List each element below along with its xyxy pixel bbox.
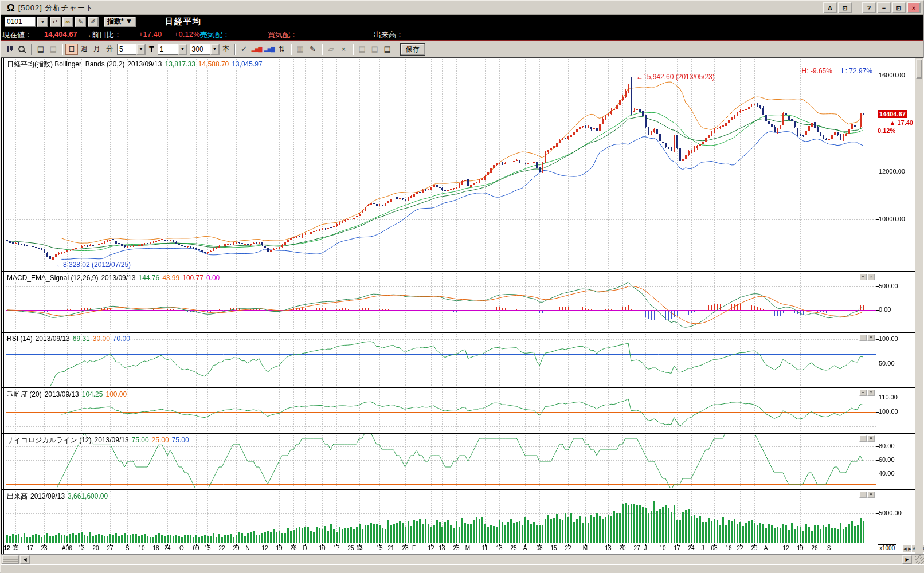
titlebar[interactable]: Ω [5002] 分析チャート A⊡?−⊡× xyxy=(1,1,923,15)
low-annotation: ←8,328.02 (2012/07/25) xyxy=(56,261,131,269)
symbol-name: 日経平均 xyxy=(165,17,202,27)
axis-tick-label: 5000.00 xyxy=(879,509,902,516)
period-month-button[interactable]: 月 xyxy=(91,44,103,55)
chevron-down-icon[interactable]: ▼ xyxy=(210,44,220,55)
x-axis-date-label: 08 xyxy=(711,545,717,551)
chevron-down-icon[interactable]: ▼ xyxy=(178,44,187,55)
zoom-tool-icon[interactable] xyxy=(16,43,29,56)
x-axis-date-label: 20 xyxy=(619,545,625,551)
panel-close-button[interactable]: × xyxy=(867,335,875,341)
frequency-dropdown[interactable]: 5▼ xyxy=(117,44,146,55)
line-style-icon[interactable]: ✓ xyxy=(238,43,250,56)
panel-minimize-button[interactable]: − xyxy=(859,335,867,341)
window-bottom-frame xyxy=(1,564,924,573)
grid-icon[interactable]: ▦ xyxy=(294,43,307,56)
copy-chart-icon[interactable]: ▤ xyxy=(369,43,381,56)
x-axis-date-label: M xyxy=(583,545,588,551)
x-axis-date-label: 25 xyxy=(347,545,354,551)
vertical-scrollbar[interactable] xyxy=(915,58,923,554)
period-minute-button[interactable]: 分 xyxy=(103,44,116,55)
layout-icon[interactable]: ▤ xyxy=(356,43,369,56)
panel-date: 2013/09/13 xyxy=(95,436,129,444)
scrollbar-thumb[interactable] xyxy=(916,59,922,79)
new-page-icon[interactable]: ▤ xyxy=(34,43,47,56)
panel-minimize-button[interactable]: − xyxy=(859,274,867,280)
x-axis-date-label: O xyxy=(179,545,184,551)
symbol-dropdown-button[interactable]: ▼ xyxy=(37,17,48,27)
axis-tick-label: 10000.00 xyxy=(879,215,905,222)
app-logo-icon: Ω xyxy=(7,2,15,14)
font-button[interactable]: A xyxy=(823,2,837,13)
panel-close-button[interactable]: × xyxy=(867,435,875,442)
panel-close-button[interactable]: × xyxy=(867,390,875,396)
scroll-left-arrow[interactable]: ◀ xyxy=(20,555,30,564)
export-icon[interactable]: ▤ xyxy=(381,43,394,56)
toolbar-separator xyxy=(62,44,63,55)
toolbar-separator xyxy=(234,44,236,55)
category-select[interactable]: 指数* ▼ xyxy=(104,17,136,27)
copy-page-icon[interactable]: ▤ xyxy=(47,43,60,56)
indicator-value: 13,045.97 xyxy=(232,60,262,68)
restore-button[interactable]: ⊡ xyxy=(892,2,906,13)
tick-dropdown[interactable]: 1▼ xyxy=(158,44,187,55)
bar-chart-red-icon[interactable]: ▂▅▇ xyxy=(250,43,263,56)
bar-chart-blue-icon[interactable]: ▂▅▇ xyxy=(263,43,276,56)
axis-tick-label: 500.00 xyxy=(879,282,898,289)
edit-icon[interactable]: ✎ xyxy=(75,17,86,27)
pencil-icon[interactable]: ✎ xyxy=(307,43,319,56)
delete-drawing-icon[interactable]: × xyxy=(338,43,350,56)
resize-grip[interactable] xyxy=(915,555,924,564)
period-week-button[interactable]: 週 xyxy=(78,44,91,55)
search-icon[interactable]: ∞ xyxy=(62,17,73,27)
horizontal-scrollbar[interactable]: ◀ ▶ xyxy=(1,554,924,564)
candlestick-tool-icon[interactable] xyxy=(3,43,16,56)
panel-date: 2013/09/13 xyxy=(36,335,70,343)
price-chart-canvas[interactable] xyxy=(1,58,924,554)
indicator-value: 100.77 xyxy=(182,274,203,282)
x-axis-date-label: 09 xyxy=(12,545,18,551)
panel-date: 2013/09/13 xyxy=(101,274,135,282)
panel-minimize-button[interactable]: − xyxy=(859,435,867,442)
high-percent-label: H: -9.65% xyxy=(802,67,832,75)
x-axis-date-label: S xyxy=(827,545,831,551)
duplicate-window-button[interactable]: ⊡ xyxy=(838,2,852,13)
panel-close-button[interactable]: × xyxy=(867,274,875,280)
close-button[interactable]: × xyxy=(907,2,921,13)
chart-area: H: -9.65%L: 72.97% ←15,942.60 (2013/05/2… xyxy=(1,57,923,573)
low-percent-label: L: 72.97% xyxy=(841,67,872,75)
save-button[interactable]: 保存 xyxy=(401,44,425,55)
scrollbar-thumb[interactable] xyxy=(2,555,19,564)
panel-minimize-button[interactable]: − xyxy=(859,492,867,498)
help-button[interactable]: ? xyxy=(862,2,876,13)
eraser-icon[interactable]: ▱ xyxy=(325,43,338,56)
current-price-tag: 14404.67 xyxy=(878,110,907,118)
draw-off-icon[interactable]: ✐ xyxy=(88,17,99,27)
x-axis-date-label: F xyxy=(412,545,416,551)
axis-tick-label: 16000.00 xyxy=(879,72,905,79)
period-day-button[interactable]: 日 xyxy=(65,44,78,55)
x-axis-date-label: 15 xyxy=(376,545,382,551)
panel-title: 出来高 xyxy=(7,492,28,500)
x-axis-date-label: A xyxy=(764,545,768,551)
panel-close-button[interactable]: × xyxy=(867,492,875,498)
chart-toolbar-right-icons: ✓▂▅▇▂▅▇⇅▦✎▱×▤▤▤ xyxy=(232,43,394,56)
enter-icon[interactable]: ↵ xyxy=(50,17,61,27)
panel-minimize-button[interactable]: − xyxy=(859,390,867,396)
panel-title: RSI (14) xyxy=(7,335,33,343)
scroll-right-arrow[interactable]: ▶ xyxy=(902,555,912,564)
panel-header-rsi: RSI (14)2013/09/1369.3130.0070.00 xyxy=(7,335,133,343)
candlestick-tool-icon xyxy=(6,45,14,53)
zoom-tool-icon xyxy=(18,46,25,52)
indicator-value: 14,588.70 xyxy=(198,60,229,68)
minimize-button[interactable]: − xyxy=(877,2,891,13)
axis-tick-label: 0.00 xyxy=(879,306,891,313)
x-axis-date-label: 13 xyxy=(605,545,611,551)
axis-tick-label: 60.00 xyxy=(879,456,895,463)
chevron-down-icon[interactable]: ▼ xyxy=(136,44,146,55)
bars-value: 300 xyxy=(190,44,210,55)
sort-arrows-icon[interactable]: ⇅ xyxy=(276,43,288,56)
bars-dropdown[interactable]: 300▼ xyxy=(190,44,220,55)
symbol-code-input[interactable] xyxy=(5,17,36,27)
x-axis-date-label: 28 xyxy=(402,545,408,551)
x-axis-date-label: 12 xyxy=(3,545,10,551)
